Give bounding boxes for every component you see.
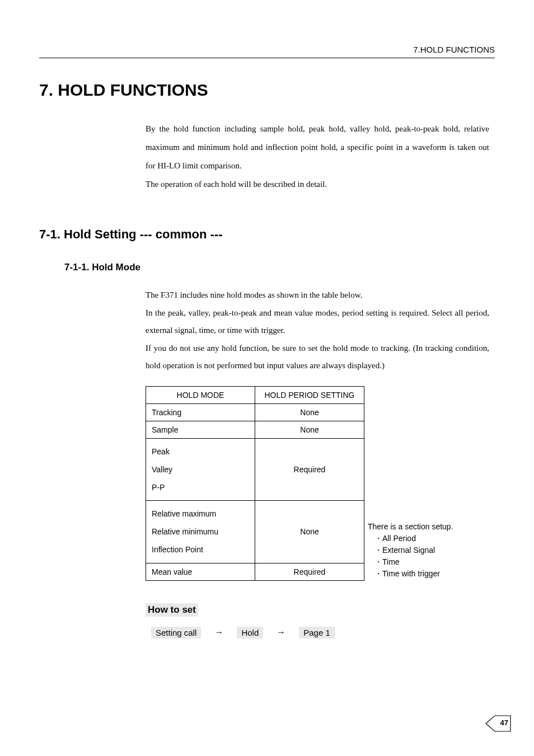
running-header: 7.HOLD FUNCTIONS [39,45,495,58]
chapter-title: 7. HOLD FUNCTIONS [39,81,495,100]
note-item: ・All Period [368,533,453,544]
hold-mode-table: HOLD MODE HOLD PERIOD SETTING Tracking N… [146,386,364,581]
td-period: None [255,501,364,564]
mode-relmin: Relative minimumu [152,523,249,541]
how-to-set-heading: How to set [146,603,198,617]
td-mode: Sample [146,421,255,438]
page-number: 47 [500,719,508,727]
td-mode-group: Relative maximum Relative minimumu Infle… [146,501,255,564]
mode-inflection: Inflection Point [152,541,249,558]
th-mode: HOLD MODE [146,386,255,403]
side-note: There is a section setup. ・All Period ・E… [368,521,453,580]
table-area: HOLD MODE HOLD PERIOD SETTING Tracking N… [146,386,495,581]
subsection-body: The F371 includes nine hold modes as sho… [146,287,489,375]
td-mode-group: Peak Valley P-P [146,438,255,501]
body-para-2: In the peak, valley, peak-to-peak and me… [146,304,489,340]
th-period: HOLD PERIOD SETTING [255,386,364,403]
td-period: Required [255,438,364,501]
arrow-icon: → [277,627,285,637]
section-title: 7-1. Hold Setting --- common --- [39,227,495,242]
intro-para-2: The operation of each hold will be descr… [146,175,489,194]
mode-pp: P-P [152,478,249,496]
body-para-1: The F371 includes nine hold modes as sho… [146,287,489,304]
arrow-icon: → [214,627,223,637]
table-header-row: HOLD MODE HOLD PERIOD SETTING [146,386,364,403]
nav-step-page1: Page 1 [299,627,335,638]
running-title: 7.HOLD FUNCTIONS [413,45,495,54]
mode-relmax: Relative maximum [152,505,249,523]
table-row: Mean value Required [146,563,364,580]
table-row: Peak Valley P-P Required [146,438,364,501]
td-mode: Tracking [146,403,255,421]
td-period: None [255,403,364,421]
intro-para-1: By the hold function including sample ho… [146,120,489,175]
td-mode: Mean value [146,563,255,580]
nav-step-setting-call: Setting call [151,627,201,638]
intro-block: By the hold function including sample ho… [146,120,489,194]
note-item: ・External Signal [368,544,453,556]
page-marker: 47 [485,713,512,734]
note-heading: There is a section setup. [368,521,453,533]
table-row: Tracking None [146,403,364,421]
td-period: Required [255,563,364,580]
note-item: ・Time [368,556,453,568]
body-para-3: If you do not use any hold function, be … [146,340,489,375]
table-row: Relative maximum Relative minimumu Infle… [146,501,364,564]
note-item: ・Time with trigger [368,568,453,580]
mode-peak: Peak [152,443,249,461]
subsection-title: 7-1-1. Hold Mode [64,262,495,273]
nav-path: Setting call → Hold → Page 1 [151,627,495,638]
nav-step-hold: Hold [237,627,263,638]
td-period: None [255,421,364,438]
mode-valley: Valley [152,461,249,478]
table-row: Sample None [146,421,364,438]
